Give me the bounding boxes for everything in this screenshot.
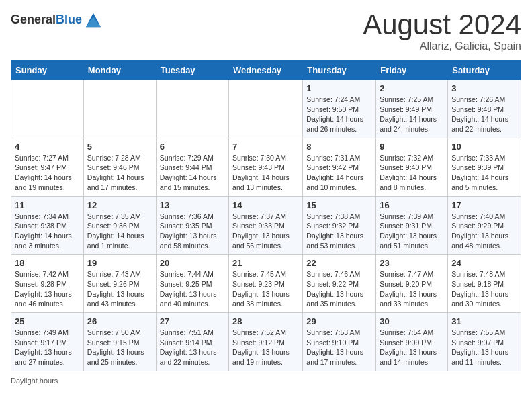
day-info: Sunrise: 7:29 AM Sunset: 9:44 PM Dayligh… <box>160 153 225 193</box>
day-info: Sunrise: 7:50 AM Sunset: 9:15 PM Dayligh… <box>87 328 152 367</box>
calendar-day-cell: 25Sunrise: 7:49 AM Sunset: 9:17 PM Dayli… <box>11 313 84 371</box>
day-number: 3 <box>451 83 517 93</box>
calendar-day-cell: 31Sunrise: 7:55 AM Sunset: 9:07 PM Dayli… <box>448 313 521 371</box>
calendar-day-cell: 15Sunrise: 7:38 AM Sunset: 9:32 PM Dayli… <box>303 196 376 255</box>
calendar-day-cell: 21Sunrise: 7:45 AM Sunset: 9:23 PM Dayli… <box>229 255 303 313</box>
day-number: 7 <box>232 142 299 152</box>
calendar-day-cell: 12Sunrise: 7:35 AM Sunset: 9:36 PM Dayli… <box>83 196 156 255</box>
day-info: Sunrise: 7:51 AM Sunset: 9:14 PM Dayligh… <box>160 328 225 367</box>
calendar-day-cell: 3Sunrise: 7:26 AM Sunset: 9:48 PM Daylig… <box>448 80 521 138</box>
weekday-header: Wednesday <box>229 61 303 80</box>
calendar-day-cell: 16Sunrise: 7:39 AM Sunset: 9:31 PM Dayli… <box>376 196 448 255</box>
day-info: Sunrise: 7:33 AM Sunset: 9:39 PM Dayligh… <box>451 153 517 193</box>
weekday-header: Thursday <box>303 61 376 80</box>
weekday-header: Tuesday <box>156 61 228 80</box>
calendar-day-cell <box>156 80 228 138</box>
day-number: 19 <box>87 258 152 268</box>
day-number: 26 <box>87 316 152 326</box>
calendar-day-cell: 20Sunrise: 7:44 AM Sunset: 9:25 PM Dayli… <box>156 255 228 313</box>
calendar-day-cell: 4Sunrise: 7:27 AM Sunset: 9:47 PM Daylig… <box>11 138 84 196</box>
day-info: Sunrise: 7:54 AM Sunset: 9:09 PM Dayligh… <box>380 328 444 367</box>
calendar-week-row: 1Sunrise: 7:24 AM Sunset: 9:50 PM Daylig… <box>11 80 521 138</box>
day-info: Sunrise: 7:49 AM Sunset: 9:17 PM Dayligh… <box>15 328 80 367</box>
weekday-header: Friday <box>376 61 448 80</box>
day-info: Sunrise: 7:39 AM Sunset: 9:31 PM Dayligh… <box>380 212 444 251</box>
day-number: 23 <box>380 258 444 268</box>
day-number: 27 <box>160 316 225 326</box>
day-number: 22 <box>306 258 372 268</box>
day-info: Sunrise: 7:32 AM Sunset: 9:40 PM Dayligh… <box>380 153 444 193</box>
day-info: Sunrise: 7:40 AM Sunset: 9:29 PM Dayligh… <box>451 212 517 251</box>
weekday-header: Saturday <box>448 61 521 80</box>
day-number: 20 <box>160 258 225 268</box>
day-number: 4 <box>15 142 80 152</box>
day-info: Sunrise: 7:36 AM Sunset: 9:35 PM Dayligh… <box>160 212 225 251</box>
calendar-day-cell: 18Sunrise: 7:42 AM Sunset: 9:28 PM Dayli… <box>11 255 84 313</box>
day-number: 29 <box>306 316 372 326</box>
day-info: Sunrise: 7:53 AM Sunset: 9:10 PM Dayligh… <box>306 328 372 367</box>
location-title: Allariz, Galicia, Spain <box>363 40 521 52</box>
calendar-day-cell <box>11 80 84 138</box>
calendar-day-cell: 29Sunrise: 7:53 AM Sunset: 9:10 PM Dayli… <box>303 313 376 371</box>
logo-general-text: General <box>11 13 56 26</box>
calendar-day-cell: 7Sunrise: 7:30 AM Sunset: 9:43 PM Daylig… <box>229 138 303 196</box>
day-info: Sunrise: 7:28 AM Sunset: 9:46 PM Dayligh… <box>87 153 152 193</box>
day-info: Sunrise: 7:55 AM Sunset: 9:07 PM Dayligh… <box>451 328 517 367</box>
day-info: Sunrise: 7:43 AM Sunset: 9:26 PM Dayligh… <box>87 269 152 309</box>
day-number: 5 <box>87 142 152 152</box>
daylight-label: Daylight hours <box>11 377 58 385</box>
calendar-day-cell: 1Sunrise: 7:24 AM Sunset: 9:50 PM Daylig… <box>303 80 376 138</box>
calendar-day-cell: 13Sunrise: 7:36 AM Sunset: 9:35 PM Dayli… <box>156 196 228 255</box>
title-block: August 2024 Allariz, Galicia, Spain <box>363 11 521 52</box>
day-info: Sunrise: 7:37 AM Sunset: 9:33 PM Dayligh… <box>232 212 299 251</box>
day-info: Sunrise: 7:30 AM Sunset: 9:43 PM Dayligh… <box>232 153 299 193</box>
calendar-day-cell: 9Sunrise: 7:32 AM Sunset: 9:40 PM Daylig… <box>376 138 448 196</box>
calendar-day-cell: 22Sunrise: 7:46 AM Sunset: 9:22 PM Dayli… <box>303 255 376 313</box>
day-number: 15 <box>306 200 372 210</box>
calendar-day-cell: 24Sunrise: 7:48 AM Sunset: 9:18 PM Dayli… <box>448 255 521 313</box>
day-number: 24 <box>451 258 517 268</box>
day-number: 11 <box>15 200 80 210</box>
weekday-header: Sunday <box>11 61 84 80</box>
calendar-day-cell: 28Sunrise: 7:52 AM Sunset: 9:12 PM Dayli… <box>229 313 303 371</box>
day-info: Sunrise: 7:42 AM Sunset: 9:28 PM Dayligh… <box>15 269 80 309</box>
calendar-day-cell: 30Sunrise: 7:54 AM Sunset: 9:09 PM Dayli… <box>376 313 448 371</box>
day-number: 17 <box>451 200 517 210</box>
day-number: 1 <box>306 83 372 93</box>
day-info: Sunrise: 7:35 AM Sunset: 9:36 PM Dayligh… <box>87 212 152 251</box>
day-number: 2 <box>380 83 444 93</box>
weekday-header: Monday <box>83 61 156 80</box>
day-number: 16 <box>380 200 444 210</box>
calendar-day-cell: 19Sunrise: 7:43 AM Sunset: 9:26 PM Dayli… <box>83 255 156 313</box>
calendar-day-cell: 14Sunrise: 7:37 AM Sunset: 9:33 PM Dayli… <box>229 196 303 255</box>
calendar-day-cell: 26Sunrise: 7:50 AM Sunset: 9:15 PM Dayli… <box>83 313 156 371</box>
calendar-day-cell: 17Sunrise: 7:40 AM Sunset: 9:29 PM Dayli… <box>448 196 521 255</box>
calendar-header-row: SundayMondayTuesdayWednesdayThursdayFrid… <box>11 61 521 80</box>
page-header: GeneralBlue August 2024 Allariz, Galicia… <box>11 11 521 52</box>
day-info: Sunrise: 7:26 AM Sunset: 9:48 PM Dayligh… <box>451 95 517 134</box>
day-number: 12 <box>87 200 152 210</box>
day-info: Sunrise: 7:45 AM Sunset: 9:23 PM Dayligh… <box>232 269 299 309</box>
day-info: Sunrise: 7:31 AM Sunset: 9:42 PM Dayligh… <box>306 153 372 193</box>
day-info: Sunrise: 7:25 AM Sunset: 9:49 PM Dayligh… <box>380 95 444 134</box>
logo: GeneralBlue <box>11 11 102 30</box>
calendar-week-row: 25Sunrise: 7:49 AM Sunset: 9:17 PM Dayli… <box>11 313 521 371</box>
day-number: 30 <box>380 316 444 326</box>
calendar-table: SundayMondayTuesdayWednesdayThursdayFrid… <box>11 60 521 371</box>
calendar-day-cell: 27Sunrise: 7:51 AM Sunset: 9:14 PM Dayli… <box>156 313 228 371</box>
calendar-week-row: 11Sunrise: 7:34 AM Sunset: 9:38 PM Dayli… <box>11 196 521 255</box>
day-number: 8 <box>306 142 372 152</box>
calendar-day-cell: 8Sunrise: 7:31 AM Sunset: 9:42 PM Daylig… <box>303 138 376 196</box>
day-number: 25 <box>15 316 80 326</box>
day-number: 13 <box>160 200 225 210</box>
logo-blue-text: Blue <box>56 13 82 26</box>
calendar-day-cell: 5Sunrise: 7:28 AM Sunset: 9:46 PM Daylig… <box>83 138 156 196</box>
logo-icon <box>83 11 102 30</box>
calendar-week-row: 18Sunrise: 7:42 AM Sunset: 9:28 PM Dayli… <box>11 255 521 313</box>
calendar-day-cell <box>229 80 303 138</box>
day-info: Sunrise: 7:27 AM Sunset: 9:47 PM Dayligh… <box>15 153 80 193</box>
day-number: 10 <box>451 142 517 152</box>
day-info: Sunrise: 7:34 AM Sunset: 9:38 PM Dayligh… <box>15 212 80 251</box>
day-info: Sunrise: 7:24 AM Sunset: 9:50 PM Dayligh… <box>306 95 372 134</box>
calendar-week-row: 4Sunrise: 7:27 AM Sunset: 9:47 PM Daylig… <box>11 138 521 196</box>
